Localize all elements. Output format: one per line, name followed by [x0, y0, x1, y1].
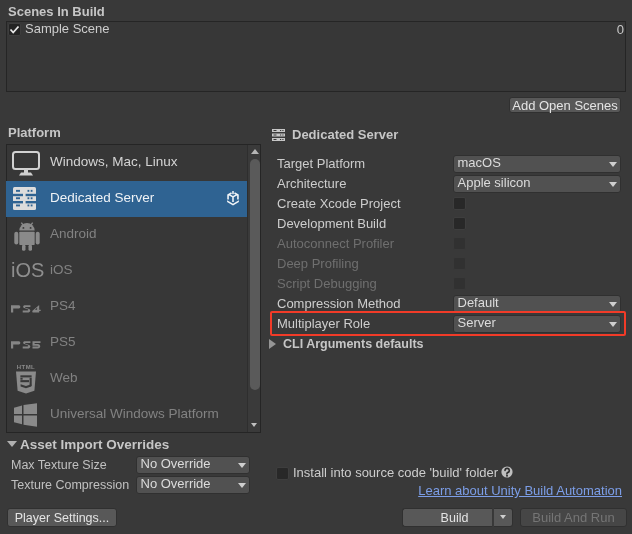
- svg-text:HTML: HTML: [17, 364, 35, 370]
